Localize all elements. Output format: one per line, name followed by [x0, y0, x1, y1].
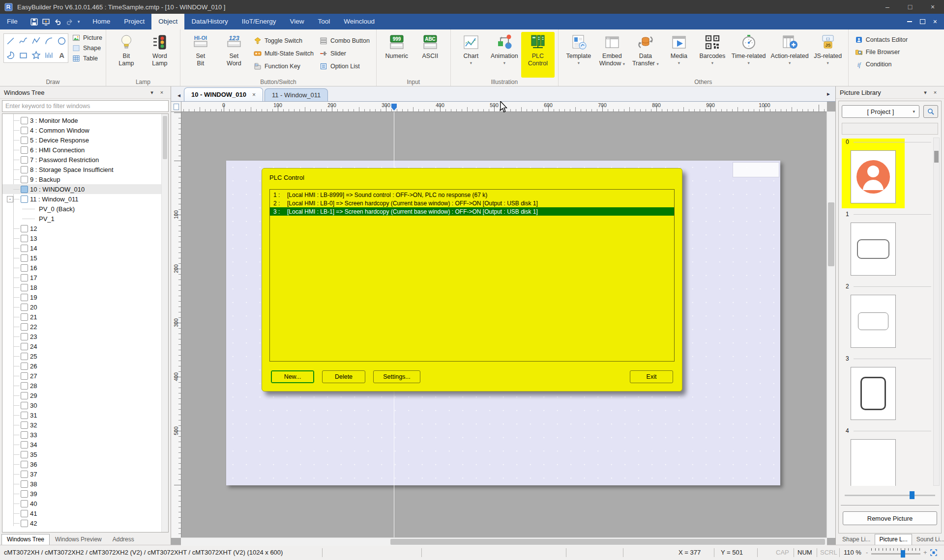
tree-item-10-window-010[interactable]: 10 : WINDOW_010: [2, 184, 168, 194]
tree-item-38[interactable]: 38: [2, 479, 168, 489]
left-tab-windows-tree[interactable]: Windows Tree: [1, 534, 50, 546]
settings-button[interactable]: Settings...: [373, 370, 420, 383]
window-tab-10-window-010[interactable]: 10 - WINDOW_010×: [184, 87, 263, 101]
ribbon-button-plc-control[interactable]: PLCControl: [521, 32, 555, 78]
tree-item-32[interactable]: 32: [2, 420, 168, 430]
picture-thumbnail[interactable]: [851, 295, 896, 348]
panel-menu-caret-icon[interactable]: ▾: [920, 89, 930, 96]
window-tab-11-window-011[interactable]: 11 - Window_011: [265, 88, 328, 101]
library-search-button[interactable]: [923, 105, 938, 118]
ribbon-button-chart[interactable]: Chart▾: [454, 32, 488, 78]
mdi-close-icon[interactable]: ×: [933, 18, 937, 25]
ribbon-button-multi-state-switch[interactable]: Multi-State Switch: [254, 50, 314, 57]
tree-item-13[interactable]: 13: [2, 233, 168, 243]
ribbon-button-toggle-switch[interactable]: Toggle Switch: [254, 37, 314, 45]
delete-button[interactable]: Delete: [322, 370, 365, 383]
horizontal-scrollbar-thumb[interactable]: [390, 539, 825, 545]
ribbon-button-embed-window[interactable]: EmbedWindow ▾: [595, 32, 629, 78]
menu-file[interactable]: File: [0, 14, 25, 29]
redo-icon[interactable]: [66, 18, 73, 26]
tree-item-42[interactable]: 42: [2, 518, 168, 528]
tree-scrollbar-thumb[interactable]: [163, 116, 167, 159]
ribbon-button-slider[interactable]: Slider: [320, 50, 370, 57]
zoom-slider[interactable]: [871, 553, 920, 555]
tree-item-31[interactable]: 31: [2, 410, 168, 420]
tree-item-9-backup[interactable]: 9 : Backup: [2, 174, 168, 184]
tree-item-14[interactable]: 14: [2, 243, 168, 253]
tree-scrollbar[interactable]: [161, 114, 168, 532]
tab-scroll-right-icon[interactable]: ▸: [824, 88, 833, 100]
picture-item-2[interactable]: 2: [839, 282, 933, 354]
ribbon-button-js-related[interactable]: (;)JSJS-related▾: [811, 32, 845, 78]
tree-item-30[interactable]: 30: [2, 400, 168, 410]
zoom-slider-thumb[interactable]: [901, 550, 905, 558]
canvas-object-rect[interactable]: [733, 162, 779, 177]
ribbon-button-file-browser[interactable]: File Browser: [855, 48, 908, 56]
tree-item-34[interactable]: 34: [2, 440, 168, 449]
draw-tool-ellipse-icon[interactable]: [55, 34, 68, 48]
ribbon-button-animation[interactable]: Animation▾: [488, 32, 521, 78]
picture-thumbnail[interactable]: [851, 439, 896, 486]
right-tab-picture-l[interactable]: Picture L...: [875, 534, 912, 546]
undo-icon[interactable]: [54, 18, 61, 26]
draw-tool-polyline-icon[interactable]: [30, 34, 42, 48]
library-source-dropdown[interactable]: [ Project ] ▾: [842, 105, 919, 118]
thumbnail-size-slider[interactable]: [845, 491, 935, 500]
tree-filter-input[interactable]: [2, 100, 169, 112]
fit-to-window-icon[interactable]: [930, 549, 937, 556]
tree-item-17[interactable]: 17: [2, 273, 168, 282]
ribbon-button-table[interactable]: Table: [72, 55, 102, 62]
tree-item-39[interactable]: 39: [2, 489, 168, 499]
ribbon-button-contacts-editor[interactable]: Contacts Editor: [855, 36, 908, 44]
draw-tool-pie-icon[interactable]: [4, 48, 17, 62]
draw-tool-curve-icon[interactable]: [17, 34, 30, 48]
draw-tool-line-icon[interactable]: [4, 34, 17, 48]
picture-item-0[interactable]: 0: [839, 138, 933, 210]
tree-item-26[interactable]: 26: [2, 361, 168, 371]
menu-view[interactable]: View: [283, 14, 311, 29]
plc-control-list[interactable]: 1 :[Local HMI : LB-8999] => Sound contro…: [269, 189, 675, 362]
tree-item-11-window-011[interactable]: -11 : Window_011: [2, 194, 168, 204]
save-icon[interactable]: [30, 18, 38, 26]
tree-item-37[interactable]: 37: [2, 469, 168, 479]
draw-tool-rect-icon[interactable]: [17, 48, 30, 62]
tree-item-23[interactable]: 23: [2, 332, 168, 341]
picture-item-4[interactable]: 4: [839, 426, 933, 486]
tree-item-5-device-response[interactable]: 5 : Device Response: [2, 135, 168, 145]
tree-item-6-hmi-connection[interactable]: 6 : HMI Connection: [2, 145, 168, 155]
titlebar-minimize-icon[interactable]: –: [876, 0, 899, 14]
tree-item-pv-1[interactable]: PV_1: [2, 214, 168, 224]
tree-item-3-monitor-mode[interactable]: 3 : Monitor Mode: [2, 115, 168, 125]
panel-menu-caret-icon[interactable]: ▾: [147, 89, 157, 96]
tree-item-41[interactable]: 41: [2, 508, 168, 518]
ribbon-button-picture[interactable]: Picture: [72, 34, 102, 42]
picture-item-3[interactable]: 3: [839, 354, 933, 426]
tree-item-22[interactable]: 22: [2, 322, 168, 332]
tree-item-pv-0-back[interactable]: PV_0 (Back): [2, 204, 168, 214]
picture-thumbnail[interactable]: [851, 367, 896, 420]
plc-control-entry[interactable]: 1 :[Local HMI : LB-8999] => Sound contro…: [270, 191, 674, 199]
ribbon-button-time-related[interactable]: Time-related▾: [729, 32, 768, 78]
ribbon-button-data-transfer[interactable]: DataTransfer ▾: [629, 32, 662, 78]
ribbon-button-action-related[interactable]: Action-related▾: [768, 32, 811, 78]
ribbon-button-combo-button[interactable]: Combo Button: [320, 37, 370, 45]
menu-iiot-energy[interactable]: IIoT/Energy: [235, 14, 283, 29]
tree-expander-icon[interactable]: -: [7, 196, 13, 202]
ribbon-button-bit-lamp[interactable]: BitLamp: [110, 32, 143, 78]
tree-item-33[interactable]: 33: [2, 430, 168, 440]
ribbon-button-set-bit[interactable]: HI-OISetBit: [184, 32, 217, 78]
zoom-in-button[interactable]: +: [923, 545, 927, 560]
tree-item-4-common-window[interactable]: 4 : Common Window: [2, 125, 168, 135]
zoom-out-button[interactable]: -: [866, 545, 868, 560]
ribbon-button-option-list[interactable]: Option List: [320, 62, 370, 70]
mdi-restore-icon[interactable]: [920, 19, 925, 24]
tree-item-18[interactable]: 18: [2, 282, 168, 292]
quick-access-caret-icon[interactable]: ▾: [78, 19, 80, 24]
tree-item-40[interactable]: 40: [2, 499, 168, 508]
draw-tool-star-icon[interactable]: [30, 48, 42, 62]
tree-item-16[interactable]: 16: [2, 263, 168, 273]
tree-item-20[interactable]: 20: [2, 302, 168, 312]
tab-close-icon[interactable]: ×: [252, 91, 256, 98]
tree-item-24[interactable]: 24: [2, 341, 168, 351]
menu-tool[interactable]: Tool: [311, 14, 337, 29]
